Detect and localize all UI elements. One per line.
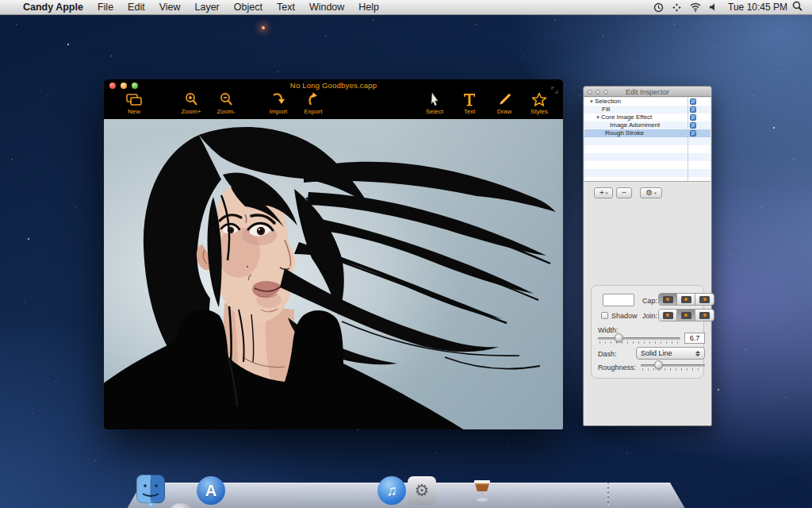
roughness-slider-track	[641, 364, 705, 367]
cap-butt-segment[interactable]	[659, 294, 677, 305]
drawing-canvas[interactable]	[104, 119, 563, 429]
dock-item-keynote[interactable]	[468, 476, 496, 505]
export-button[interactable]: Export	[296, 92, 331, 115]
remove-effect-button[interactable]: −	[616, 187, 632, 198]
dock-item-app-store[interactable]: A	[197, 476, 225, 505]
dock-item-itunes[interactable]: ♫	[377, 476, 406, 505]
action-gear-button[interactable]: ⚙ ▾	[640, 187, 661, 198]
dash-popup-value: Solid Line	[641, 349, 692, 357]
row-checkbox[interactable]: ✓	[690, 106, 696, 113]
zoom-in-button[interactable]: Zoom+	[174, 92, 209, 115]
styles-tool-button[interactable]: Styles	[522, 92, 557, 115]
menu-item-help[interactable]: Help	[358, 2, 379, 13]
cap-round-icon	[681, 296, 691, 303]
window-toolbar: New Zoom+ Zoom- Import Export Select Tex…	[104, 91, 563, 119]
launchpad-rocket-icon	[167, 503, 195, 508]
join-bevel-segment[interactable]	[695, 310, 714, 321]
join-segmented-control	[658, 309, 714, 321]
app-store-icon: A	[205, 482, 216, 500]
list-row-image-adornment[interactable]: Image Adornment ✓	[584, 121, 710, 129]
join-bevel-icon	[699, 312, 710, 319]
popup-arrows-icon	[695, 351, 700, 356]
dash-label: Dash:	[598, 350, 617, 358]
gear-icon: ⚙	[645, 188, 653, 198]
styles-tool-label: Styles	[530, 108, 548, 115]
menu-item-text[interactable]: Text	[277, 2, 295, 13]
zoom-out-button[interactable]: Zoom-	[209, 92, 243, 115]
zoom-out-button-label: Zoom-	[216, 108, 235, 115]
menu-item-view[interactable]: View	[159, 2, 181, 13]
add-effect-button[interactable]: + ▾	[594, 187, 613, 198]
join-round-icon	[681, 312, 691, 319]
select-tool-label: Select	[426, 108, 443, 115]
time-machine-icon[interactable]	[653, 2, 664, 13]
text-tool-button[interactable]: Text	[452, 92, 487, 115]
new-button[interactable]: New	[117, 92, 151, 115]
disclosure-triangle[interactable]: ▼	[596, 114, 601, 121]
menu-clock[interactable]: Tue 10:45 PM	[728, 2, 787, 13]
list-row-selection[interactable]: ▼ Selection ✓	[584, 98, 710, 106]
shadow-label: Shadow	[611, 312, 638, 320]
menu-item-file[interactable]: File	[98, 2, 113, 13]
join-round-segment[interactable]	[677, 310, 695, 321]
stroke-color-well[interactable]	[603, 294, 634, 306]
disclosure-triangle[interactable]: ▼	[589, 98, 595, 106]
gears-icon: ⚙	[415, 481, 430, 500]
volume-icon[interactable]	[709, 2, 718, 12]
list-row-rough-stroke[interactable]: Rough Stroke ✓	[584, 129, 710, 137]
roughness-slider[interactable]	[641, 360, 705, 371]
width-slider-ticks	[599, 341, 679, 344]
row-checkbox[interactable]: ✓	[690, 98, 696, 105]
list-action-buttons: + ▾ − ⚙ ▾	[594, 187, 711, 198]
join-label: Join:	[642, 312, 657, 320]
import-button[interactable]: Import	[261, 92, 296, 115]
row-checkbox[interactable]: ✓	[690, 130, 696, 137]
window-title: No Long Goodbyes.capp	[104, 81, 563, 90]
artwork-woman-portrait	[104, 119, 563, 429]
roughness-slider-thumb[interactable]	[654, 360, 663, 369]
list-row-core-image-effect[interactable]: ▼ Core Image Effect ✓	[584, 114, 710, 121]
width-slider[interactable]	[598, 333, 680, 344]
main-window: No Long Goodbyes.capp New Zoom+ Zoom- Im…	[104, 79, 563, 429]
cap-round-segment[interactable]	[677, 294, 695, 305]
menu-item-window[interactable]: Window	[309, 2, 344, 13]
wifi-icon[interactable]	[690, 2, 701, 12]
edit-inspector-panel: Edit Inspector ▼ Selection ✓ Fill ✓ ▼ Co…	[583, 86, 712, 426]
shadow-checkbox[interactable]	[601, 312, 608, 319]
dash-popup-button[interactable]: Solid Line	[636, 347, 705, 360]
join-miter-segment[interactable]	[659, 310, 677, 321]
universal-access-icon[interactable]	[672, 2, 682, 13]
width-slider-thumb[interactable]	[615, 333, 623, 342]
menu-item-object[interactable]: Object	[234, 2, 262, 13]
rough-stroke-settings-panel: Cap: Shadow Join: Width: 6.7 Dash: Solid…	[591, 285, 704, 379]
inspector-title: Edit Inspector	[584, 88, 711, 96]
width-value-field[interactable]: 6.7	[684, 333, 705, 344]
roughness-slider-ticks	[642, 368, 703, 371]
draw-tool-button[interactable]: Draw	[487, 92, 522, 115]
dock: A @ 15 ♫ ⚙	[119, 475, 693, 505]
draw-tool-label: Draw	[497, 108, 512, 115]
row-checkbox[interactable]: ✓	[690, 114, 696, 121]
orange-star	[262, 26, 265, 29]
cap-square-segment[interactable]	[695, 294, 714, 305]
cap-label: Cap:	[642, 297, 657, 305]
effect-list: ▼ Selection ✓ Fill ✓ ▼ Core Image Effect…	[584, 98, 710, 182]
menu-item-edit[interactable]: Edit	[128, 2, 145, 13]
list-row-fill[interactable]: Fill ✓	[584, 106, 710, 114]
app-menu-title[interactable]: Candy Apple	[23, 2, 83, 13]
inspector-title-bar[interactable]: Edit Inspector	[584, 87, 711, 97]
window-title-bar[interactable]: No Long Goodbyes.capp	[104, 79, 563, 91]
finder-icon	[136, 475, 165, 503]
row-checkbox[interactable]: ✓	[690, 122, 696, 129]
keynote-lectern-icon	[468, 476, 496, 505]
cap-square-icon	[699, 296, 710, 303]
spotlight-icon[interactable]	[792, 1, 802, 13]
select-tool-button[interactable]: Select	[417, 92, 452, 115]
dock-item-finder[interactable]	[136, 475, 165, 503]
row-label: Rough Stroke	[605, 129, 644, 137]
row-label: Selection	[595, 98, 621, 106]
menu-item-layer[interactable]: Layer	[195, 2, 220, 13]
dock-item-launchpad[interactable]	[167, 503, 195, 508]
dock-item-system-preferences[interactable]: ⚙	[408, 476, 436, 505]
join-miter-icon	[663, 312, 673, 319]
